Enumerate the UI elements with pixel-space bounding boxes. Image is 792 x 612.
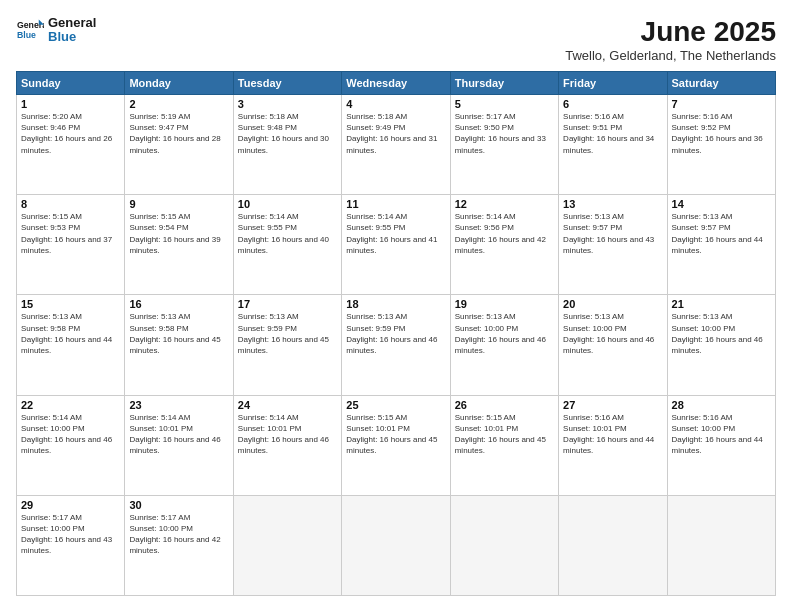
daylight-label: Daylight: 16 hours and 43 minutes. bbox=[563, 235, 654, 255]
day-number: 22 bbox=[21, 399, 120, 411]
daylight-label: Daylight: 16 hours and 44 minutes. bbox=[21, 335, 112, 355]
day-info: Sunrise: 5:13 AM Sunset: 9:57 PM Dayligh… bbox=[563, 211, 662, 256]
day-number: 1 bbox=[21, 98, 120, 110]
calendar-cell-19: 19 Sunrise: 5:13 AM Sunset: 10:00 PM Day… bbox=[450, 295, 558, 395]
sunrise-label: Sunrise: 5:19 AM bbox=[129, 112, 190, 121]
sunset-label: Sunset: 9:57 PM bbox=[672, 223, 731, 232]
sunset-label: Sunset: 9:59 PM bbox=[238, 324, 297, 333]
sunrise-label: Sunrise: 5:16 AM bbox=[563, 112, 624, 121]
calendar-cell-30: 30 Sunrise: 5:17 AM Sunset: 10:00 PM Day… bbox=[125, 495, 233, 595]
daylight-label: Daylight: 16 hours and 44 minutes. bbox=[672, 235, 763, 255]
calendar-cell-18: 18 Sunrise: 5:13 AM Sunset: 9:59 PM Dayl… bbox=[342, 295, 450, 395]
calendar-header-row: SundayMondayTuesdayWednesdayThursdayFrid… bbox=[17, 72, 776, 95]
sunrise-label: Sunrise: 5:15 AM bbox=[455, 413, 516, 422]
sunset-label: Sunset: 9:53 PM bbox=[21, 223, 80, 232]
day-info: Sunrise: 5:16 AM Sunset: 10:00 PM Daylig… bbox=[672, 412, 771, 457]
sunrise-label: Sunrise: 5:16 AM bbox=[563, 413, 624, 422]
day-info: Sunrise: 5:18 AM Sunset: 9:48 PM Dayligh… bbox=[238, 111, 337, 156]
sunset-label: Sunset: 10:01 PM bbox=[563, 424, 627, 433]
day-number: 4 bbox=[346, 98, 445, 110]
day-info: Sunrise: 5:18 AM Sunset: 9:49 PM Dayligh… bbox=[346, 111, 445, 156]
header: General Blue General Blue June 2025 Twel… bbox=[16, 16, 776, 63]
daylight-label: Daylight: 16 hours and 46 minutes. bbox=[21, 435, 112, 455]
calendar-cell-24: 24 Sunrise: 5:14 AM Sunset: 10:01 PM Day… bbox=[233, 395, 341, 495]
calendar-week-3: 22 Sunrise: 5:14 AM Sunset: 10:00 PM Day… bbox=[17, 395, 776, 495]
day-number: 20 bbox=[563, 298, 662, 310]
calendar-cell-17: 17 Sunrise: 5:13 AM Sunset: 9:59 PM Dayl… bbox=[233, 295, 341, 395]
calendar-cell-6: 6 Sunrise: 5:16 AM Sunset: 9:51 PM Dayli… bbox=[559, 95, 667, 195]
day-number: 7 bbox=[672, 98, 771, 110]
calendar-header-sunday: Sunday bbox=[17, 72, 125, 95]
calendar-cell-empty bbox=[233, 495, 341, 595]
sunrise-label: Sunrise: 5:14 AM bbox=[129, 413, 190, 422]
calendar-cell-20: 20 Sunrise: 5:13 AM Sunset: 10:00 PM Day… bbox=[559, 295, 667, 395]
calendar-cell-29: 29 Sunrise: 5:17 AM Sunset: 10:00 PM Day… bbox=[17, 495, 125, 595]
sunrise-label: Sunrise: 5:13 AM bbox=[455, 312, 516, 321]
day-number: 13 bbox=[563, 198, 662, 210]
daylight-label: Daylight: 16 hours and 43 minutes. bbox=[21, 535, 112, 555]
calendar-cell-14: 14 Sunrise: 5:13 AM Sunset: 9:57 PM Dayl… bbox=[667, 195, 775, 295]
day-number: 9 bbox=[129, 198, 228, 210]
day-info: Sunrise: 5:14 AM Sunset: 9:55 PM Dayligh… bbox=[238, 211, 337, 256]
daylight-label: Daylight: 16 hours and 39 minutes. bbox=[129, 235, 220, 255]
calendar-cell-22: 22 Sunrise: 5:14 AM Sunset: 10:00 PM Day… bbox=[17, 395, 125, 495]
daylight-label: Daylight: 16 hours and 37 minutes. bbox=[21, 235, 112, 255]
sunset-label: Sunset: 10:00 PM bbox=[21, 524, 85, 533]
day-info: Sunrise: 5:17 AM Sunset: 9:50 PM Dayligh… bbox=[455, 111, 554, 156]
calendar-cell-15: 15 Sunrise: 5:13 AM Sunset: 9:58 PM Dayl… bbox=[17, 295, 125, 395]
calendar-cell-empty bbox=[559, 495, 667, 595]
day-number: 23 bbox=[129, 399, 228, 411]
sunrise-label: Sunrise: 5:14 AM bbox=[238, 413, 299, 422]
daylight-label: Daylight: 16 hours and 33 minutes. bbox=[455, 134, 546, 154]
day-number: 12 bbox=[455, 198, 554, 210]
calendar-header-thursday: Thursday bbox=[450, 72, 558, 95]
calendar-body: 1 Sunrise: 5:20 AM Sunset: 9:46 PM Dayli… bbox=[17, 95, 776, 596]
daylight-label: Daylight: 16 hours and 45 minutes. bbox=[346, 435, 437, 455]
sunset-label: Sunset: 9:59 PM bbox=[346, 324, 405, 333]
day-info: Sunrise: 5:13 AM Sunset: 9:58 PM Dayligh… bbox=[21, 311, 120, 356]
sunset-label: Sunset: 9:50 PM bbox=[455, 123, 514, 132]
sunrise-label: Sunrise: 5:18 AM bbox=[346, 112, 407, 121]
day-number: 25 bbox=[346, 399, 445, 411]
sunset-label: Sunset: 10:01 PM bbox=[129, 424, 193, 433]
day-number: 10 bbox=[238, 198, 337, 210]
svg-text:Blue: Blue bbox=[17, 30, 36, 40]
calendar-cell-1: 1 Sunrise: 5:20 AM Sunset: 9:46 PM Dayli… bbox=[17, 95, 125, 195]
day-info: Sunrise: 5:13 AM Sunset: 10:00 PM Daylig… bbox=[563, 311, 662, 356]
daylight-label: Daylight: 16 hours and 41 minutes. bbox=[346, 235, 437, 255]
daylight-label: Daylight: 16 hours and 40 minutes. bbox=[238, 235, 329, 255]
day-info: Sunrise: 5:14 AM Sunset: 10:00 PM Daylig… bbox=[21, 412, 120, 457]
calendar-week-1: 8 Sunrise: 5:15 AM Sunset: 9:53 PM Dayli… bbox=[17, 195, 776, 295]
page: General Blue General Blue June 2025 Twel… bbox=[0, 0, 792, 612]
day-number: 27 bbox=[563, 399, 662, 411]
calendar-cell-empty bbox=[450, 495, 558, 595]
calendar-week-0: 1 Sunrise: 5:20 AM Sunset: 9:46 PM Dayli… bbox=[17, 95, 776, 195]
sunrise-label: Sunrise: 5:15 AM bbox=[21, 212, 82, 221]
sunrise-label: Sunrise: 5:16 AM bbox=[672, 112, 733, 121]
daylight-label: Daylight: 16 hours and 36 minutes. bbox=[672, 134, 763, 154]
sunrise-label: Sunrise: 5:13 AM bbox=[346, 312, 407, 321]
day-number: 19 bbox=[455, 298, 554, 310]
sunset-label: Sunset: 9:56 PM bbox=[455, 223, 514, 232]
day-number: 18 bbox=[346, 298, 445, 310]
calendar-header-tuesday: Tuesday bbox=[233, 72, 341, 95]
daylight-label: Daylight: 16 hours and 46 minutes. bbox=[455, 335, 546, 355]
day-number: 29 bbox=[21, 499, 120, 511]
daylight-label: Daylight: 16 hours and 30 minutes. bbox=[238, 134, 329, 154]
sunrise-label: Sunrise: 5:13 AM bbox=[563, 212, 624, 221]
sunrise-label: Sunrise: 5:18 AM bbox=[238, 112, 299, 121]
calendar-cell-8: 8 Sunrise: 5:15 AM Sunset: 9:53 PM Dayli… bbox=[17, 195, 125, 295]
sunset-label: Sunset: 9:58 PM bbox=[129, 324, 188, 333]
title-block: June 2025 Twello, Gelderland, The Nether… bbox=[565, 16, 776, 63]
day-number: 14 bbox=[672, 198, 771, 210]
sunset-label: Sunset: 10:00 PM bbox=[129, 524, 193, 533]
day-number: 30 bbox=[129, 499, 228, 511]
logo-line2: Blue bbox=[48, 30, 96, 44]
calendar-cell-13: 13 Sunrise: 5:13 AM Sunset: 9:57 PM Dayl… bbox=[559, 195, 667, 295]
sunrise-label: Sunrise: 5:13 AM bbox=[563, 312, 624, 321]
calendar-week-4: 29 Sunrise: 5:17 AM Sunset: 10:00 PM Day… bbox=[17, 495, 776, 595]
day-info: Sunrise: 5:13 AM Sunset: 10:00 PM Daylig… bbox=[672, 311, 771, 356]
day-info: Sunrise: 5:13 AM Sunset: 9:58 PM Dayligh… bbox=[129, 311, 228, 356]
sunrise-label: Sunrise: 5:15 AM bbox=[346, 413, 407, 422]
sunset-label: Sunset: 10:00 PM bbox=[672, 324, 736, 333]
